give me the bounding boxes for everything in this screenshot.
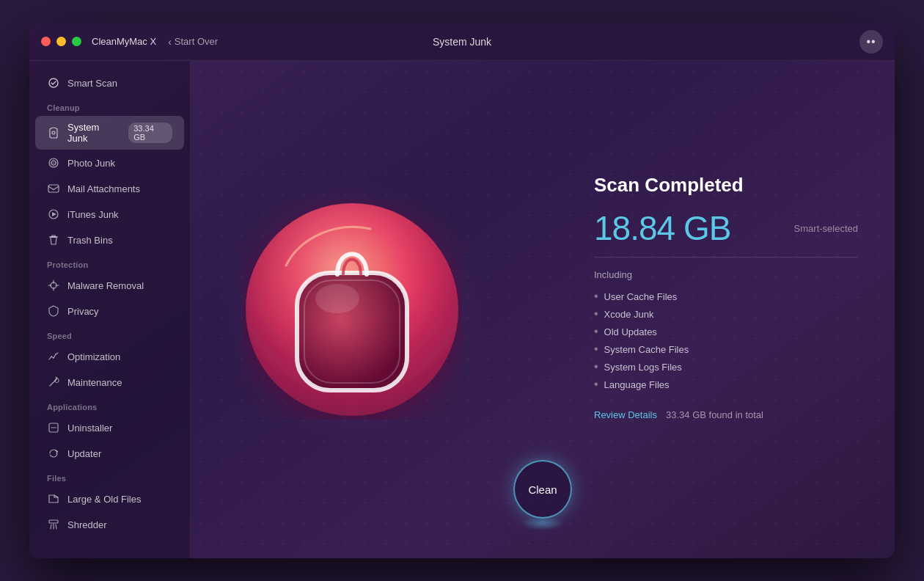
svg-point-25 — [315, 284, 359, 313]
review-details-link[interactable]: Review Details — [594, 409, 657, 420]
sidebar-item-uninstaller[interactable]: Uninstaller — [35, 415, 184, 440]
uninstaller-icon — [47, 421, 60, 434]
list-item: System Logs Files — [594, 358, 858, 376]
scan-completed-title: Scan Completed — [594, 174, 858, 197]
mail-attachments-icon — [47, 182, 60, 195]
svg-line-13 — [56, 353, 58, 354]
start-over-label: Start Over — [175, 36, 218, 47]
sidebar-item-malware-removal[interactable]: Malware Removal — [35, 273, 184, 298]
list-item: Language Files — [594, 376, 858, 393]
sidebar-item-smart-scan[interactable]: Smart Scan — [35, 70, 184, 95]
svg-line-10 — [49, 357, 51, 359]
app-window: CleanMyMac X ‹ Start Over System Junk ••… — [29, 23, 895, 558]
optimization-icon — [47, 350, 60, 363]
sidebar-section-speed: Speed — [29, 324, 190, 343]
clean-button-wrap: Clean — [513, 460, 572, 530]
logo-area — [227, 185, 477, 434]
svg-rect-16 — [49, 520, 58, 523]
content-area: Scan Completed 18.84 GB Smart-selected I… — [191, 61, 895, 558]
sidebar-section-protection: Protection — [29, 253, 190, 272]
including-label: Including — [594, 269, 858, 280]
sidebar-item-itunes-junk[interactable]: iTunes Junk — [35, 202, 184, 227]
right-panel: Scan Completed 18.84 GB Smart-selected I… — [594, 174, 858, 420]
titlebar: CleanMyMac X ‹ Start Over System Junk •• — [29, 23, 895, 61]
sidebar: Smart Scan Cleanup System Junk 33.34 GB — [29, 61, 191, 558]
including-list: User Cache Files Xcode Junk Old Updates … — [594, 288, 858, 393]
trash-bins-label: Trash Bins — [67, 235, 113, 246]
updater-icon — [47, 447, 60, 460]
list-item: Old Updates — [594, 323, 858, 340]
more-button[interactable]: •• — [859, 30, 883, 54]
start-over-button[interactable]: ‹ Start Over — [168, 36, 218, 48]
svg-line-12 — [54, 354, 56, 358]
itunes-junk-label: iTunes Junk — [67, 209, 119, 220]
sidebar-item-trash-bins[interactable]: Trash Bins — [35, 227, 184, 252]
clean-button[interactable]: Clean — [513, 460, 572, 519]
large-old-files-icon — [47, 492, 60, 505]
smart-scan-icon — [47, 76, 60, 89]
updater-label: Updater — [67, 448, 101, 459]
size-display: 18.84 GB Smart-selected — [594, 208, 858, 257]
large-old-files-label: Large & Old Files — [67, 494, 141, 505]
trash-bins-icon — [47, 233, 60, 246]
uninstaller-label: Uninstaller — [67, 423, 112, 434]
more-icon: •• — [866, 35, 876, 48]
photo-junk-label: Photo Junk — [67, 158, 115, 169]
optimization-label: Optimization — [67, 351, 120, 362]
smart-scan-label: Smart Scan — [67, 78, 117, 89]
chevron-left-icon: ‹ — [168, 36, 172, 48]
system-junk-label: System Junk — [67, 122, 121, 144]
system-junk-icon — [47, 126, 60, 139]
list-item: User Cache Files — [594, 288, 858, 305]
svg-point-1 — [52, 131, 55, 134]
photo-junk-icon — [47, 156, 60, 169]
sidebar-item-optimization[interactable]: Optimization — [35, 344, 184, 369]
close-button[interactable] — [41, 37, 51, 46]
total-found: 33.34 GB found in total — [666, 409, 763, 420]
sidebar-section-files: Files — [29, 467, 190, 486]
app-logo — [242, 200, 462, 420]
clean-button-glow — [521, 516, 565, 530]
privacy-icon — [47, 304, 60, 318]
mail-attachments-label: Mail Attachments — [67, 183, 140, 194]
shredder-label: Shredder — [67, 519, 106, 530]
review-row: Review Details 33.34 GB found in total — [594, 409, 858, 420]
list-item: Xcode Junk — [594, 305, 858, 323]
privacy-label: Privacy — [67, 306, 99, 317]
sidebar-section-cleanup: Cleanup — [29, 96, 190, 115]
main-content: Smart Scan Cleanup System Junk 33.34 GB — [29, 61, 895, 558]
traffic-lights — [41, 37, 81, 46]
list-item: System Cache Files — [594, 340, 858, 358]
sidebar-item-system-junk[interactable]: System Junk 33.34 GB — [35, 116, 184, 150]
itunes-junk-icon — [47, 208, 60, 221]
window-title: System Junk — [433, 36, 491, 48]
minimize-button[interactable] — [56, 37, 66, 46]
malware-removal-icon — [47, 279, 60, 292]
sidebar-item-updater[interactable]: Updater — [35, 441, 184, 466]
maximize-button[interactable] — [72, 37, 81, 46]
sidebar-item-privacy[interactable]: Privacy — [35, 299, 184, 324]
system-junk-badge: 33.34 GB — [128, 123, 172, 143]
shredder-icon — [47, 518, 60, 531]
sidebar-section-applications: Applications — [29, 395, 190, 414]
maintenance-label: Maintenance — [67, 377, 122, 388]
svg-line-17 — [51, 525, 51, 529]
sidebar-item-mail-attachments[interactable]: Mail Attachments — [35, 176, 184, 201]
malware-removal-label: Malware Removal — [67, 280, 144, 291]
sidebar-item-large-old-files[interactable]: Large & Old Files — [35, 486, 184, 511]
sidebar-item-shredder[interactable]: Shredder — [35, 512, 184, 537]
smart-selected-label: Smart-selected — [794, 223, 858, 234]
sidebar-item-photo-junk[interactable]: Photo Junk — [35, 150, 184, 175]
svg-rect-6 — [48, 185, 59, 192]
app-name: CleanMyMac X — [92, 36, 156, 47]
size-value: 18.84 GB — [594, 208, 730, 248]
sidebar-item-maintenance[interactable]: Maintenance — [35, 370, 184, 395]
maintenance-icon — [47, 376, 60, 389]
svg-line-19 — [56, 525, 56, 529]
